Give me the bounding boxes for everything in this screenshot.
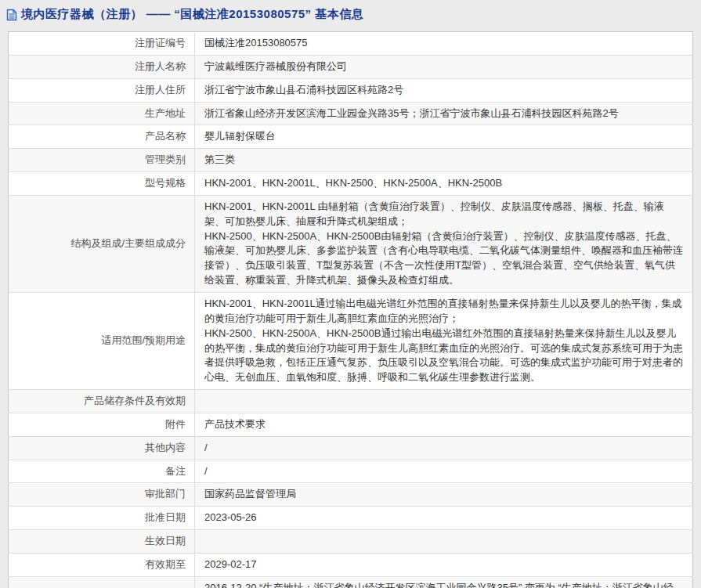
row-label: 其他内容 (9, 436, 195, 460)
row-value: / (195, 460, 693, 483)
row-value: HKN-2001、HKN-2001L、HKN-2500、HKN-2500A、HK… (195, 172, 693, 196)
table-row-model-spec: 型号规格 HKN-2001、HKN-2001L、HKN-2500、HKN-250… (9, 172, 693, 196)
row-value: 2016-12-20 “生产地址：浙江省象山经济开发区滨海工业园金兴路35号” … (195, 576, 693, 588)
table-row-registrant-name: 注册人名称 宁波戴维医疗器械股份有限公司 (9, 55, 693, 78)
table-row-approval-date: 批准日期 2023-05-26 (9, 507, 693, 530)
row-label: 管理类别 (9, 149, 195, 172)
page-title: 境内医疗器械（注册） —— “国械注准20153080575” 基本信息 (21, 7, 363, 22)
row-value: 宁波戴维医疗器械股份有限公司 (195, 55, 693, 78)
row-label: 生效日期 (9, 530, 195, 554)
row-value (195, 390, 693, 413)
document-icon (6, 9, 17, 21)
table-row-management-class: 管理类别 第三类 (9, 149, 693, 172)
table-row-attachment: 附件 产品技术要求 (9, 413, 693, 436)
table-row-registrant-address: 注册人住所 浙江省宁波市象山县石浦科技园区科苑路2号 (9, 78, 693, 102)
table-row-structure-composition: 结构及组成/主要组成成分 HKN-2001、HKN-2001L 由辐射箱（含黄疸… (9, 195, 693, 292)
page-header: 境内医疗器械（注册） —— “国械注准20153080575” 基本信息 (0, 0, 701, 28)
row-label: 产品储存条件及有效期 (9, 390, 195, 413)
row-label: 注册人名称 (9, 55, 195, 78)
row-value: 产品技术要求 (195, 413, 693, 436)
table-row-change-history: 变更情况 2016-12-20 “生产地址：浙江省象山经济开发区滨海工业园金兴路… (9, 576, 693, 588)
row-label: 变更情况 (9, 576, 195, 588)
row-value: 第三类 (195, 149, 693, 172)
table-row-production-address: 生产地址 浙江省象山经济开发区滨海工业园金兴路35号；浙江省宁波市象山县石浦科技… (9, 102, 693, 125)
row-value (195, 530, 693, 554)
row-label: 生产地址 (9, 102, 195, 125)
row-label: 备注 (9, 460, 195, 483)
table-row-expiry-date: 有效期至 2029-02-17 (9, 553, 693, 576)
row-label: 有效期至 (9, 553, 195, 576)
row-label: 结构及组成/主要组成成分 (9, 195, 195, 292)
row-value: HKN-2001、HKN-2001L通过输出电磁光谱红外范围的直接辐射热量来保持… (195, 292, 693, 389)
row-label: 审批部门 (9, 483, 195, 507)
row-value: / (195, 436, 693, 460)
row-value: 婴儿辐射保暖台 (195, 125, 693, 149)
table-row-storage-conditions: 产品储存条件及有效期 (9, 390, 693, 413)
row-label: 型号规格 (9, 172, 195, 196)
row-value: 浙江省宁波市象山县石浦科技园区科苑路2号 (195, 78, 693, 102)
table-row-product-name: 产品名称 婴儿辐射保暖台 (9, 125, 693, 149)
table-row-approval-department: 审批部门 国家药品监督管理局 (9, 483, 693, 507)
row-value: 浙江省象山经济开发区滨海工业园金兴路35号；浙江省宁波市象山县石浦科技园区科苑路… (195, 102, 693, 125)
table-row-remarks: 备注 / (9, 460, 693, 483)
row-value: HKN-2001、HKN-2001L 由辐射箱（含黄疸治疗装置）、控制仪、皮肤温… (195, 195, 693, 292)
table-row-effective-date: 生效日期 (9, 530, 693, 554)
row-value: 国械注准20153080575 (195, 32, 693, 56)
row-label: 注册人住所 (9, 78, 195, 102)
registration-info-table: 注册证编号 国械注准20153080575 注册人名称 宁波戴维医疗器械股份有限… (8, 31, 693, 588)
row-label: 附件 (9, 413, 195, 436)
row-label: 适用范围/预期用途 (9, 292, 195, 389)
row-value: 国家药品监督管理局 (195, 483, 693, 507)
row-label: 批准日期 (9, 507, 195, 530)
table-row-intended-use: 适用范围/预期用途 HKN-2001、HKN-2001L通过输出电磁光谱红外范围… (9, 292, 693, 389)
row-label: 产品名称 (9, 125, 195, 149)
table-row-other-content: 其他内容 / (9, 436, 693, 460)
row-label: 注册证编号 (9, 32, 195, 56)
row-value: 2023-05-26 (195, 507, 693, 530)
row-value: 2029-02-17 (195, 553, 693, 576)
table-row-registration-number: 注册证编号 国械注准20153080575 (9, 32, 693, 56)
